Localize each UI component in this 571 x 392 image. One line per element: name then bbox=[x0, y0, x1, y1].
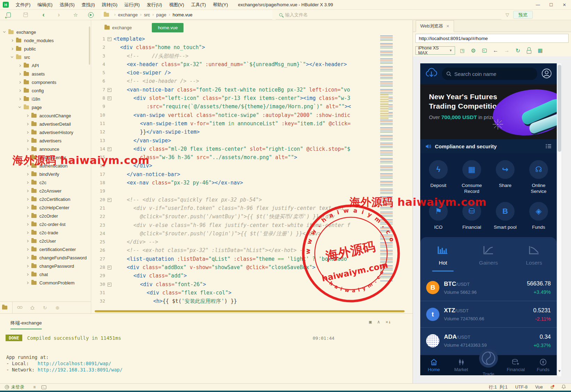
tree-item[interactable]: assets bbox=[0, 70, 91, 78]
url-input[interactable] bbox=[415, 34, 569, 43]
breadcrumb-item[interactable]: page bbox=[156, 12, 166, 17]
tree-item[interactable]: certificationCenter bbox=[0, 245, 91, 253]
cursor-col[interactable]: 列:1 bbox=[500, 384, 508, 390]
refresh-icon[interactable] bbox=[514, 47, 522, 54]
chevron-icon[interactable] bbox=[26, 281, 29, 284]
promo-banner[interactable]: New Year's Futures Trading Competition O… bbox=[420, 84, 557, 139]
terminal-tab[interactable]: 终端-exchange bbox=[10, 320, 42, 329]
encoding[interactable]: UTF-8 bbox=[515, 385, 527, 390]
tree-item[interactable]: c2cUser bbox=[0, 237, 91, 245]
fold-marker-icon[interactable] bbox=[107, 196, 112, 204]
chevron-icon[interactable] bbox=[26, 206, 29, 209]
qr-code-icon[interactable] bbox=[536, 47, 544, 54]
login-status[interactable]: 未登录 bbox=[11, 384, 24, 390]
tree-item[interactable]: c2cAnswer bbox=[0, 187, 91, 195]
chevron-icon[interactable] bbox=[26, 248, 29, 250]
browser-tab[interactable]: Web浏览器 ✕ bbox=[416, 20, 454, 32]
tree-item[interactable]: bindVerify bbox=[0, 170, 91, 178]
fold-marker-icon[interactable] bbox=[107, 94, 112, 102]
fold-marker-icon[interactable] bbox=[107, 280, 112, 289]
menu-item[interactable]: 帮助(Y) bbox=[209, 2, 231, 8]
refresh-icon[interactable]: ↻ bbox=[40, 305, 50, 311]
tree-item[interactable]: API bbox=[0, 61, 91, 70]
breadcrumb-item[interactable]: src bbox=[144, 12, 150, 17]
chevron-icon[interactable] bbox=[26, 265, 29, 267]
tree-item[interactable]: announce bbox=[0, 145, 91, 153]
save-button[interactable] bbox=[20, 11, 31, 19]
tree-item[interactable]: advertiserDetail bbox=[0, 120, 91, 128]
close-tab-icon[interactable]: ✕ bbox=[446, 24, 449, 29]
menu-item[interactable]: 选择(S) bbox=[56, 2, 78, 8]
local-url-link[interactable]: http://localhost:8091/wap/ bbox=[38, 361, 111, 366]
file-tab-home-vue[interactable]: home.vue bbox=[152, 23, 183, 32]
menu-item[interactable]: 运行(R) bbox=[121, 2, 143, 8]
nav-home[interactable]: Home bbox=[420, 355, 447, 375]
chevron-icon[interactable] bbox=[26, 123, 29, 125]
cloud-download-icon[interactable] bbox=[425, 68, 438, 80]
menu-item[interactable]: 编辑(E) bbox=[34, 2, 56, 8]
tab-gainers[interactable]: Gainers bbox=[479, 245, 498, 272]
console-icon[interactable] bbox=[480, 47, 488, 54]
coin-row[interactable]: B BTC/USDT Volume 5662.96 56636.78 +3.49… bbox=[420, 274, 557, 301]
fold-marker-icon[interactable] bbox=[107, 35, 112, 43]
tree-item[interactable]: components bbox=[0, 78, 91, 86]
maximize-button[interactable]: ☐ bbox=[545, 0, 558, 10]
chevron-icon[interactable] bbox=[18, 97, 21, 100]
settings-icon[interactable] bbox=[469, 47, 477, 54]
tree-item[interactable]: c2c-trade bbox=[0, 228, 91, 237]
tree-item[interactable]: c2c bbox=[0, 178, 91, 187]
sidebar-scrollbar[interactable] bbox=[89, 26, 90, 65]
chevron-icon[interactable] bbox=[18, 89, 21, 92]
editor-project-crumb[interactable]: exchange bbox=[104, 25, 132, 30]
collapse-panel-icon[interactable]: ∧ bbox=[377, 319, 380, 324]
action-smart-pool[interactable]: BSmart pool bbox=[488, 202, 522, 230]
language-mode[interactable]: Vue bbox=[535, 385, 543, 390]
tree-item[interactable]: advertisers bbox=[0, 136, 91, 145]
terminal-toggle-icon[interactable]: >_ bbox=[41, 385, 46, 389]
menu-item[interactable]: 跳转(G) bbox=[99, 2, 121, 8]
menu-item[interactable]: 文件(F) bbox=[12, 2, 34, 8]
menu-item[interactable]: 视图(V) bbox=[165, 2, 187, 8]
forward-icon[interactable] bbox=[503, 47, 511, 54]
action-online-service[interactable]: ☊Online Service bbox=[522, 160, 555, 194]
tree-item[interactable]: changeFundsPassword bbox=[0, 253, 91, 262]
chevron-icon[interactable] bbox=[26, 256, 29, 259]
run-button[interactable]: ▶ bbox=[86, 11, 96, 19]
minimize-button[interactable]: — bbox=[531, 0, 545, 10]
chevron-icon[interactable] bbox=[11, 47, 13, 50]
fold-marker-icon[interactable] bbox=[107, 86, 112, 94]
preview-button[interactable]: 预览 bbox=[513, 11, 533, 19]
nav-market[interactable]: Market bbox=[447, 355, 475, 375]
nav-trade[interactable]: Trade bbox=[475, 355, 502, 375]
editor-horizontal-scrollbar[interactable] bbox=[95, 310, 405, 312]
coin-search-input[interactable] bbox=[454, 71, 533, 77]
chevron-icon[interactable] bbox=[18, 72, 21, 75]
tree-item[interactable]: c2cOrder bbox=[0, 212, 91, 220]
action-deposit[interactable]: ϟDeposit bbox=[422, 160, 455, 194]
chevron-icon[interactable] bbox=[26, 231, 29, 234]
tree-item[interactable]: page bbox=[0, 103, 91, 111]
lock-icon[interactable] bbox=[525, 47, 533, 54]
tree-item[interactable]: accountChange bbox=[0, 111, 91, 120]
chevron-icon[interactable] bbox=[26, 173, 29, 175]
forward-button[interactable]: › bbox=[54, 10, 64, 19]
nav-funds[interactable]: Funds bbox=[530, 355, 557, 375]
notice-bar[interactable]: Compliance and security bbox=[420, 139, 557, 153]
chevron-icon[interactable] bbox=[18, 81, 21, 83]
chevron-icon[interactable] bbox=[26, 198, 29, 200]
device-selector[interactable]: iPhone XS MAX ▼ bbox=[415, 46, 455, 55]
chevron-icon[interactable] bbox=[11, 55, 13, 58]
chevron-icon[interactable] bbox=[3, 30, 6, 33]
tree-item[interactable]: public bbox=[0, 45, 91, 53]
export-image-icon[interactable]: ▣ bbox=[369, 319, 372, 324]
debug-icon[interactable] bbox=[27, 305, 38, 310]
cloud-sync-icon[interactable]: ⊕ bbox=[52, 305, 63, 311]
chevron-icon[interactable] bbox=[26, 273, 29, 275]
nav-financial[interactable]: Financial bbox=[502, 355, 529, 375]
filter-icon[interactable]: ▽ bbox=[506, 12, 509, 17]
tab-hot[interactable]: Hot bbox=[432, 245, 454, 272]
announcement-list-icon[interactable] bbox=[546, 144, 552, 149]
action-funds[interactable]: ◈Funds bbox=[522, 202, 555, 230]
network-url-link[interactable]: http://192.168.31.33:8091/wap/ bbox=[38, 367, 123, 373]
action-share[interactable]: ↪Share bbox=[488, 160, 522, 194]
